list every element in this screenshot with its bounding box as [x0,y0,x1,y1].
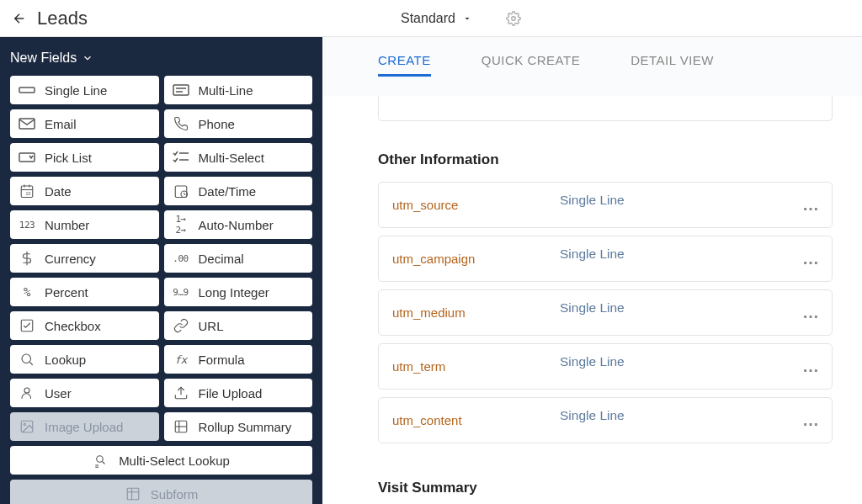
longint-icon: 9…9 [173,285,189,299]
field-type-number[interactable]: 123Number [10,210,159,239]
formula-icon: fx [173,353,189,366]
field-type-label: File Upload [199,386,263,401]
field-type-label: Pick List [45,151,92,165]
field-menu-icon[interactable]: … [802,357,820,376]
field-type-checkbox[interactable]: Checkbox [10,311,159,340]
field-type-label: User [45,386,72,401]
url-icon [173,319,189,332]
chevron-down-icon [82,52,93,64]
svg-line-21 [29,362,32,364]
single-line-icon [19,83,35,97]
header-bar: Leads Standard [0,0,862,37]
field-type-label: Rollup Summary [199,420,292,434]
svg-rect-1 [19,88,35,93]
new-fields-header[interactable]: New Fields [10,50,312,66]
field-row[interactable]: utm_contentSingle Line… [378,397,833,443]
percent-icon: % [19,285,35,299]
field-type-label: Image Upload [45,420,123,434]
svg-point-29 [97,456,104,463]
caret-down-icon [462,13,472,24]
field-type-autonumber[interactable]: 1→2→Auto-Number [164,210,313,239]
field-type-label: Percent [45,285,88,300]
field-type-lookup[interactable]: Lookup [10,345,159,374]
svg-rect-33 [127,488,139,500]
field-type-label: Date [45,184,72,199]
svg-point-0 [512,16,516,20]
gear-icon[interactable] [506,11,521,26]
tab-quick-create[interactable]: QUICK CREATE [482,46,580,77]
field-type-multiselect[interactable]: Multi-Select [164,143,313,172]
content-area: CREATEQUICK CREATEDETAIL VIEW Other Info… [322,37,862,504]
field-type-label: Formula [199,353,245,367]
field-row[interactable]: utm_campaignSingle Line… [378,236,833,282]
field-type-fileupload[interactable]: File Upload [164,379,313,407]
field-name: utm_source [392,198,544,212]
field-type-datetime[interactable]: Date/Time [164,177,313,205]
field-type-label: Lookup [45,353,86,367]
field-type-label: Single Line [45,83,107,98]
field-type-longint[interactable]: 9…9Long Integer [164,278,313,306]
lookup-icon [19,353,35,366]
field-name: utm_campaign [392,252,544,266]
field-type-decimal[interactable]: .00Decimal [164,244,313,273]
field-type-label: Number [45,218,89,232]
field-type-percent[interactable]: %Percent [10,278,159,306]
multiselect-icon [173,151,189,164]
number-icon: 123 [19,218,35,231]
field-type-phone[interactable]: Phone [164,109,313,138]
field-type-mslookup[interactable]: Multi-Select Lookup [10,446,312,475]
field-name: utm_term [392,359,544,374]
imageupload-icon [19,420,35,433]
mslookup-icon [93,454,109,467]
field-type-imageupload: Image Upload [10,412,159,441]
currency-icon [19,252,35,265]
field-menu-icon[interactable]: … [802,411,820,430]
field-type: Single Line [560,408,625,423]
field-type-date[interactable]: 10Date [10,177,159,205]
back-arrow-icon[interactable] [12,11,27,26]
tabs-row: CREATEQUICK CREATEDETAIL VIEW [322,37,862,96]
field-type: Single Line [560,354,625,369]
field-type-label: Multi-Line [199,83,253,98]
field-type-label: Subform [151,487,199,501]
field-menu-icon[interactable]: … [802,303,820,322]
field-type-currency[interactable]: Currency [10,244,159,273]
svg-point-22 [24,388,29,393]
checkbox-icon [19,319,35,332]
field-type-subform: Subform [10,480,312,504]
field-row[interactable]: utm_sourceSingle Line… [378,182,833,228]
field-type-formula[interactable]: fxFormula [164,345,313,374]
header-center: Standard [401,11,521,26]
sidebar: New Fields Single LineMulti-LineEmailPho… [0,37,322,504]
page-title: Leads [37,8,88,29]
field-row[interactable]: utm_mediumSingle Line… [378,289,833,336]
picklist-icon [19,151,35,164]
field-type-email[interactable]: Email [10,109,159,138]
field-type-label: Phone [199,117,235,131]
field-type-picklist[interactable]: Pick List [10,143,159,172]
field-type-rollup[interactable]: Rollup Summary [164,412,313,441]
rollup-icon [173,420,189,433]
field-type-url[interactable]: URL [164,311,313,340]
field-grid: Single LineMulti-LineEmailPhonePick List… [10,76,312,504]
field-menu-icon[interactable]: … [802,195,820,215]
section-title: Visit Summary [378,480,862,496]
subform-icon [125,487,141,501]
datetime-icon [173,184,189,198]
field-row[interactable]: utm_termSingle Line… [378,343,833,390]
field-type-label: Multi-Select [199,151,264,165]
field-type-label: Decimal [199,252,244,266]
layout-dropdown[interactable]: Standard [401,11,472,26]
layout-label: Standard [401,11,455,26]
field-type-user[interactable]: User [10,379,159,407]
field-type-label: URL [199,319,224,333]
tab-create[interactable]: CREATE [378,46,431,77]
field-type-single-line[interactable]: Single Line [10,76,159,104]
multi-line-icon [173,83,189,97]
user-icon [19,386,35,400]
field-menu-icon[interactable]: … [802,249,820,268]
tab-detail-view[interactable]: DETAIL VIEW [631,46,714,77]
autonumber-icon: 1→2→ [173,218,189,231]
field-type-multi-line[interactable]: Multi-Line [164,76,313,104]
svg-text:10: 10 [26,191,31,196]
